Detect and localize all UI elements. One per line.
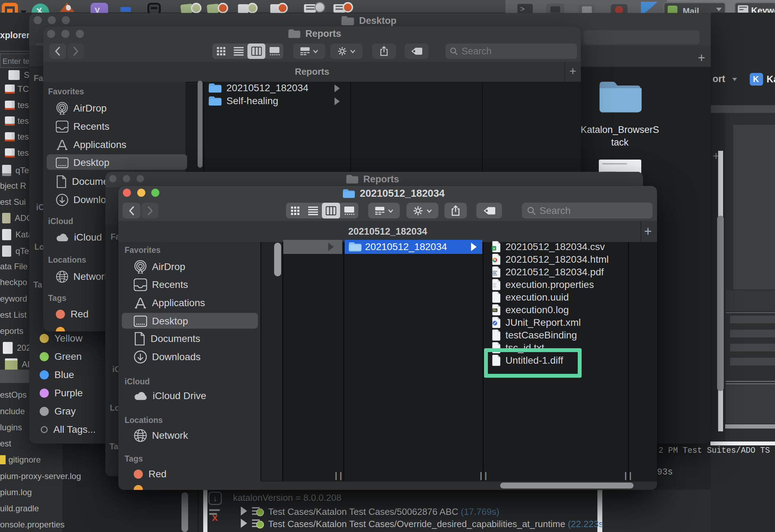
svg-text:x: x (493, 246, 495, 250)
